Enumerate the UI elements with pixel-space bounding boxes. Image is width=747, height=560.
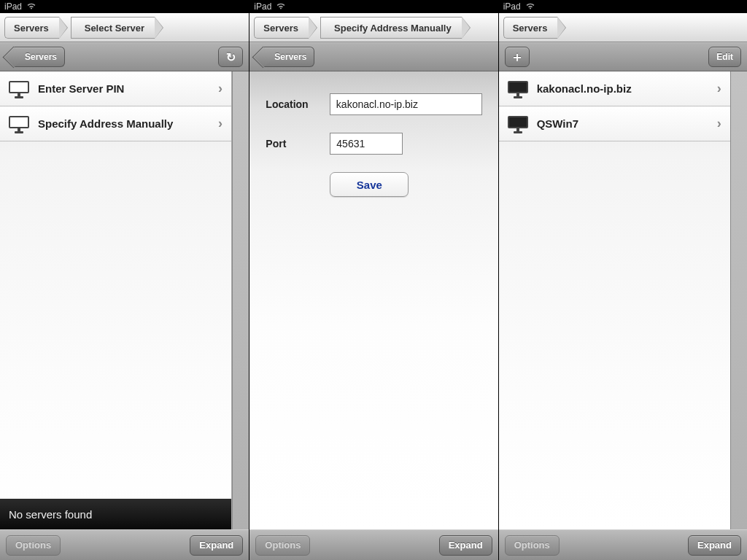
row-specify-address[interactable]: Specify Address Manually › — [0, 106, 231, 141]
form-row-port: Port — [266, 133, 481, 155]
chevron-right-icon: › — [717, 81, 721, 96]
chevron-right-icon: › — [717, 116, 721, 131]
back-button[interactable]: Servers — [13, 47, 65, 67]
right-strip — [730, 71, 747, 529]
form-row-location: Location — [266, 93, 481, 115]
row-enter-pin[interactable]: Enter Server PIN › — [0, 71, 231, 106]
refresh-button[interactable]: ↻ — [218, 47, 243, 67]
no-servers-banner: No servers found — [0, 499, 231, 529]
options-button[interactable]: Options — [505, 535, 560, 556]
wifi-icon — [525, 2, 535, 11]
location-label: Location — [266, 98, 321, 110]
add-server-button[interactable]: ＋ — [505, 47, 530, 67]
pane-server-list: iPad Servers ＋ Edit kakonacl.no-ip.biz ›… — [498, 0, 747, 560]
content-area: Location Port Save — [249, 71, 498, 529]
options-button[interactable]: Options — [6, 535, 61, 556]
monitor-icon — [9, 116, 29, 131]
server-name: QSWin7 — [537, 117, 708, 130]
row-label: Specify Address Manually — [38, 117, 209, 130]
monitor-icon — [508, 81, 528, 96]
expand-button[interactable]: Expand — [190, 535, 243, 556]
breadcrumb-select-server[interactable]: Select Server — [71, 17, 155, 39]
location-input[interactable] — [330, 93, 482, 115]
bottom-bar: Options Expand — [499, 529, 747, 560]
breadcrumb-servers[interactable]: Servers — [4, 17, 59, 39]
breadcrumb-bar: Servers Specify Address Manually — [249, 13, 498, 42]
breadcrumb-servers[interactable]: Servers — [503, 17, 558, 39]
toolbar: Servers ↻ — [0, 42, 249, 71]
refresh-icon: ↻ — [226, 50, 236, 64]
back-button[interactable]: Servers — [263, 47, 314, 67]
expand-button[interactable]: Expand — [688, 535, 741, 556]
breadcrumb-servers[interactable]: Servers — [254, 17, 309, 39]
breadcrumb-bar: Servers — [499, 13, 747, 42]
device-label: iPad — [4, 1, 22, 12]
expand-button[interactable]: Expand — [439, 535, 492, 556]
server-row[interactable]: QSWin7 › — [499, 106, 730, 141]
server-name: kakonacl.no-ip.biz — [537, 82, 708, 95]
monitor-icon — [508, 116, 528, 131]
options-list: Enter Server PIN › Specify Address Manua… — [0, 71, 232, 529]
plus-icon: ＋ — [511, 50, 524, 63]
wifi-icon — [26, 2, 36, 11]
bottom-bar: Options Expand — [249, 529, 498, 560]
save-button[interactable]: Save — [330, 172, 409, 197]
device-label: iPad — [503, 1, 521, 12]
server-row[interactable]: kakonacl.no-ip.biz › — [499, 71, 730, 106]
status-bar: iPad — [499, 0, 747, 13]
address-form: Location Port Save — [249, 71, 498, 219]
right-strip — [232, 71, 249, 529]
status-bar: iPad — [249, 0, 498, 13]
toolbar: Servers — [249, 42, 498, 71]
edit-button[interactable]: Edit — [708, 47, 741, 67]
chevron-right-icon: › — [218, 81, 222, 96]
breadcrumb-specify[interactable]: Specify Address Manually — [320, 17, 462, 39]
chevron-right-icon: › — [218, 116, 222, 131]
pane-select-server: iPad Servers Select Server Servers ↻ Ent… — [0, 0, 249, 560]
monitor-icon — [9, 81, 29, 96]
toolbar: ＋ Edit — [499, 42, 747, 71]
breadcrumb-bar: Servers Select Server — [0, 13, 249, 42]
status-bar: iPad — [0, 0, 249, 13]
port-label: Port — [266, 138, 321, 149]
server-list: kakonacl.no-ip.biz › QSWin7 › — [499, 71, 731, 529]
pane-specify-address: iPad Servers Specify Address Manually Se… — [249, 0, 498, 560]
content-area: kakonacl.no-ip.biz › QSWin7 › — [499, 71, 747, 529]
wifi-icon — [276, 2, 286, 11]
content-area: Enter Server PIN › Specify Address Manua… — [0, 71, 249, 529]
bottom-bar: Options Expand — [0, 529, 249, 560]
device-label: iPad — [254, 1, 271, 12]
options-button[interactable]: Options — [255, 535, 310, 556]
row-label: Enter Server PIN — [38, 82, 209, 95]
port-input[interactable] — [330, 133, 403, 155]
